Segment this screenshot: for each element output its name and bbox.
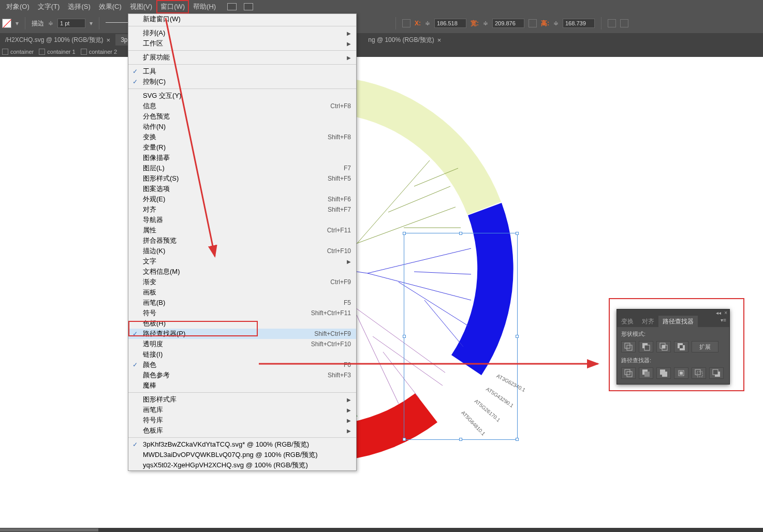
menu-item[interactable]: 文档信息(M) [128,267,356,277]
stroke-weight-input[interactable] [57,19,85,28]
menu-item[interactable]: 对齐Shift+F7 [128,204,356,215]
menu-item[interactable]: 符号库▶ [128,415,356,425]
menu-item[interactable]: 变量(R) [128,142,356,153]
menu-item[interactable]: 符号Shift+Ctrl+F11 [128,308,356,318]
shape-tool-icon[interactable] [608,19,616,27]
bridge-icon[interactable] [227,3,237,10]
arrange-doc-icon[interactable] [244,3,253,10]
menu-item[interactable]: 色板库▶ [128,425,356,436]
menu-item[interactable]: SVG 交互(Y) [128,91,356,101]
h-value-input[interactable] [563,19,595,28]
menu-item-label: 3pKhf3zBwZCkaVKdYtaTCQ.svg* @ 100% (RGB/… [143,440,309,449]
selection-box[interactable] [404,233,518,440]
menu-item[interactable]: 渐变Ctrl+F9 [128,277,356,287]
menu-item[interactable]: MWDL3aiDvOPVQWKBLvQ07Q.png @ 100% (RGB/预… [128,450,356,460]
menu-item[interactable]: 排列(A)▶ [128,28,356,38]
menu-select[interactable]: 选择(S) [64,0,94,13]
menu-item[interactable]: 分色预览 [128,111,356,122]
w-value-input[interactable] [492,19,524,28]
menu-item[interactable]: 新建窗口(W) [128,14,356,24]
outline-button[interactable] [692,367,706,379]
menu-item-label: 分色预览 [143,112,170,121]
menu-item[interactable]: 魔棒 [128,380,356,391]
anchor-ref-icon[interactable] [402,19,410,27]
divide-button[interactable] [621,367,636,379]
doc-tab-2[interactable]: ng @ 100% (RGB/预览)× [363,34,446,47]
fill-swatch[interactable] [2,19,11,28]
scrollbar-thumb[interactable] [0,528,98,531]
menu-item-label: 新建窗口(W) [143,14,181,24]
panel-titlebar[interactable]: ◂◂× [617,309,729,316]
menu-item[interactable]: 文字▶ [128,256,356,267]
menu-view[interactable]: 视图(V) [126,0,156,13]
panel-tab-transform[interactable]: 变换 [617,316,638,327]
doc-tab-0[interactable]: /H2XCHQ.svg @ 100% (RGB/预览)× [0,34,115,47]
x-value-input[interactable] [434,19,466,28]
menu-window[interactable]: 窗口(W) [156,0,189,13]
menu-item[interactable]: ✓3pKhf3zBwZCkaVKdYtaTCQ.svg* @ 100% (RGB… [128,439,356,450]
collapse-icon[interactable]: ◂◂ [716,310,721,316]
menu-item[interactable]: 透明度Shift+Ctrl+F10 [128,339,356,349]
panel-tab-align[interactable]: 对齐 [638,316,658,327]
pathfinders-label: 路径查找器: [621,357,725,364]
menu-item[interactable]: 属性Ctrl+F11 [128,225,356,235]
menu-item[interactable]: 图形样式库▶ [128,394,356,405]
menu-item[interactable]: ✓颜色F6 [128,360,356,370]
crumb-0[interactable]: container [2,49,34,55]
trim-button[interactable] [639,367,653,379]
menu-object[interactable]: 对象(O) [2,0,34,13]
crumb-2[interactable]: container 2 [81,49,117,55]
panel-flyout-icon[interactable]: ▾≡ [717,316,729,327]
menu-item[interactable]: 图形样式(S)Shift+F5 [128,173,356,184]
menu-item[interactable]: 导航器 [128,215,356,225]
intersect-button[interactable] [656,341,671,352]
canvas[interactable]: AT3G62340.1 AT5G43290.1 AT5G26170.1 AT5G… [0,57,763,528]
crumb-1[interactable]: container 1 [39,49,75,55]
menu-item[interactable]: 信息Ctrl+F8 [128,101,356,111]
merge-button[interactable] [656,367,671,379]
menu-item-label: 导航器 [143,215,163,225]
menu-shortcut: Shift+Ctrl+F11 [311,309,351,317]
menu-item[interactable]: 外观(E)Shift+F6 [128,194,356,204]
minus-front-button[interactable] [639,341,653,352]
exclude-button[interactable] [674,341,688,352]
check-icon: ✓ [133,78,138,85]
menu-text[interactable]: 文字(T) [34,0,64,13]
transform-each-icon[interactable] [620,19,628,27]
menu-item[interactable]: 图层(L)F7 [128,163,356,173]
menu-item-label: 信息 [143,101,156,111]
menu-item[interactable]: 工作区▶ [128,38,356,49]
menu-shortcut: Ctrl+F10 [327,247,351,255]
menu-help[interactable]: 帮助(H) [189,0,220,13]
crop-button[interactable] [674,367,688,379]
close-icon[interactable]: × [437,36,442,44]
menu-item[interactable]: ✓控制(C) [128,77,356,87]
menu-item[interactable]: 颜色参考Shift+F3 [128,370,356,380]
menu-item-label: 文字 [143,257,156,266]
close-icon[interactable]: × [107,36,111,44]
menu-item-label: 工具 [143,67,156,76]
menu-item[interactable]: ✓工具 [128,66,356,77]
close-icon[interactable]: × [724,310,727,316]
menu-item[interactable]: 扩展功能▶ [128,52,356,63]
horizontal-scrollbar[interactable] [0,528,763,532]
menu-item[interactable]: 画笔(B)F5 [128,298,356,308]
menu-item[interactable]: 描边(K)Ctrl+F10 [128,246,356,256]
menu-item[interactable]: 画笔库▶ [128,405,356,415]
menu-item[interactable]: yqsX5t02-XgeHGpVH2XCHQ.svg @ 100% (RGB/预… [128,460,356,470]
menu-item[interactable]: 变换Shift+F8 [128,132,356,142]
menu-item[interactable]: 图像描摹 [128,153,356,163]
menu-effect[interactable]: 效果(C) [95,0,126,13]
menu-item[interactable]: 链接(I) [128,349,356,360]
minus-back-button[interactable] [709,367,724,379]
menu-item[interactable]: 图案选项 [128,184,356,194]
pathfinder-panel[interactable]: ◂◂× 变换 对齐 路径查找器 ▾≡ 形状模式: 扩展 路径查找器: [617,309,730,385]
panel-tab-pathfinder[interactable]: 路径查找器 [658,316,698,327]
link-dims-icon[interactable] [529,19,537,27]
menu-item[interactable]: 画板 [128,287,356,298]
expand-button[interactable]: 扩展 [692,341,718,352]
menu-item-label: 颜色 [143,360,156,370]
unite-button[interactable] [621,341,636,352]
menu-item[interactable]: 拼合器预览 [128,235,356,246]
menu-item[interactable]: 动作(N) [128,122,356,132]
